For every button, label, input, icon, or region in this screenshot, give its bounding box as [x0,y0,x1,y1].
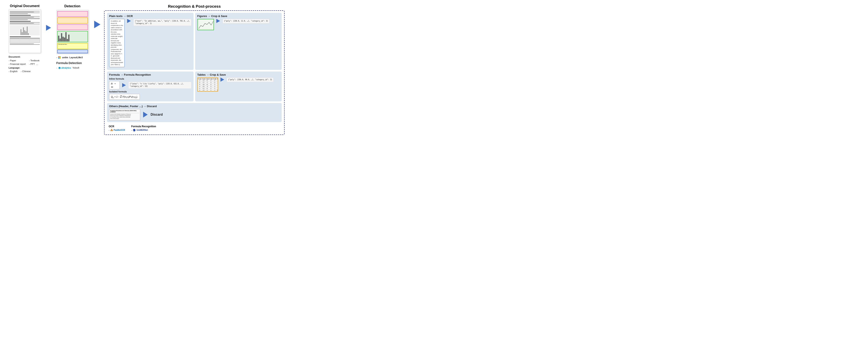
plain-texts-card: Plain texts → OCR In addition, we found … [107,13,193,70]
detection-box-pink-top [57,11,88,17]
ocr-tool-col: OCR - ⁂ PaddleOCR [109,125,125,132]
language-label: Language: [9,67,20,69]
formula-detection-tool: - u ultralytics Yolov8 [56,66,89,70]
detection-box-yellow-formula: Σ formula text lines... [57,43,88,49]
detection-title: Detection [64,4,80,8]
inline-formula-arrow [122,83,126,87]
main-layout: Original Document [5,4,285,135]
windows-icon [58,56,61,59]
tables-card: Tables → Crop & Save T_m1T_m2T_m3T_m4T_m… [195,71,282,101]
arrow-right-icon [94,21,100,28]
formula-card: Formula → Formula Recognition Inline for… [107,71,193,101]
formula-rec-label: Formula Recognition [131,125,156,128]
doc-bar [26,31,26,35]
doc-line [10,22,40,23]
tables-title: Tables → Crop & Save [197,73,280,76]
svg-rect-2 [198,19,213,30]
unimer-icon: U [133,129,136,132]
doc-line [10,21,31,22]
original-doc-title: Original Document [10,4,39,8]
plain-text-sample: In addition, we found 18 compounds in th… [109,19,125,67]
detection-box-blue-table [57,49,88,53]
language-item: - English [9,70,18,73]
discard-arrow-container [142,112,149,117]
paddle-ocr-label: PaddleOCR [114,129,125,131]
mini-table: T_m1T_m2T_m3T_m4T_m5T_m6 1.01.2581100.61… [198,78,218,91]
others-title: Others (Header, Footer …) → Discard [109,105,280,108]
language-item: - Chinese [21,70,30,73]
formula-title: Formula → Formula Recognition [109,73,191,76]
doc-line [10,44,40,45]
doc-line [10,12,34,12]
figures-card: Figures → Crop & Save [195,13,282,70]
doc-line [10,23,34,24]
others-card: Others (Header, Footer …) → Discard Acad… [107,103,282,122]
tables-output: {"poly": [356.0, 90.0, …], "category_id"… [227,77,274,82]
figures-arrow [216,19,220,23]
detection-box-orange [57,18,88,24]
arrow-doc-to-detection [44,4,53,31]
doc-bar [24,30,25,35]
arrow-right-icon [127,19,131,23]
inline-formula-row: n → ∞ {"latex": "n \\to \\infty", "poly"… [109,81,191,89]
doc-line [10,17,34,18]
detection-info: - unilm LayoutLMv3 Formula Detection - [56,56,89,70]
formula-detection-title: Formula Detection [56,61,89,66]
unimer-label: UniMERNet [136,129,148,131]
doc-info: Document: - Paper - Financial report - T… [9,55,41,73]
doc-line [10,16,40,16]
original-document-section: Original Document [5,4,44,73]
original-document-paper [9,9,41,53]
detection-paper: Σ formula text lines... [56,10,89,54]
plain-texts-arrow [127,19,131,23]
doc-line [10,15,31,15]
language-col2: - Chinese [21,70,30,73]
tables-arrow [220,77,224,82]
figures-title: Figures → Crop & Save [197,14,280,18]
figure-svg [198,19,213,30]
language-col1: - English [9,70,18,73]
discard-content: Academia Brasileira de Ciências (ISSN 00… [109,109,280,121]
detection-box-pink-mid [57,24,88,30]
doc-bar [23,27,24,35]
figure-thumbnail [197,19,214,30]
tools-row: OCR - ⁂ PaddleOCR Formula Recognition - [107,124,282,132]
doc-line [10,13,40,13]
recognition-section: Recognition & Post-process Plain texts →… [104,4,285,135]
layout-detection-label: - unilm LayoutLMv3 [56,56,89,60]
doc-line [10,11,40,11]
doc-type-item: - Paper [9,59,26,63]
plain-texts-output: {"text": "In addition, we…", "poly": [13… [133,19,191,26]
discard-label: Discard [151,113,163,116]
inline-formula-box: n → ∞ [109,81,120,89]
doc-types-label: Document: [9,56,21,58]
doc-bar [27,27,28,35]
figure-thumb-inner [198,19,213,30]
isolated-formula-box: Qc = 1 − Σ F(n,γ₁)P₀(n,γc), [109,94,140,100]
doc-bar [28,33,29,35]
figures-content-row: {"poly": [236.0, 11.0, …], "category_id"… [197,19,280,30]
detection-section: Detection [53,4,92,70]
doc-line [10,24,40,24]
plain-texts-title: Plain texts → OCR [109,14,191,18]
inline-formula-label: Inline formula [109,77,191,80]
svg-text:U: U [133,130,134,131]
doc-line [10,43,34,44]
plain-texts-content-row: In addition, we found 18 compounds in th… [109,19,191,68]
arrow-right-icon [220,77,224,82]
formula-rec-tool-col: Formula Recognition - U UniMERNet [131,125,156,132]
ocr-label: OCR [109,125,125,128]
layout-tool-name: unilm LayoutLMv3 [61,56,83,60]
isolated-formula-label: Isolated formula [109,90,191,93]
detection-box-green-figure [57,31,88,42]
isolated-formula-text: Qc = 1 − Σ F(n,γ₁)P₀(n,γc), [111,95,138,99]
doc-bar [21,29,21,35]
doc-types-col2: - Textbook - PPT … [29,59,40,66]
inline-formula-text: n → ∞ [111,82,118,89]
formula-output: {"latex": "n \\to \\infty", "poly": [155… [128,82,191,89]
svg-text:u: u [59,68,60,69]
formula-card-content: Inline formula n → ∞ {"latex": "n \\to \… [109,77,191,100]
doc-line [10,19,40,19]
arrow-detection-to-recognition [92,4,102,28]
doc-type-item: - PPT … [29,62,40,66]
